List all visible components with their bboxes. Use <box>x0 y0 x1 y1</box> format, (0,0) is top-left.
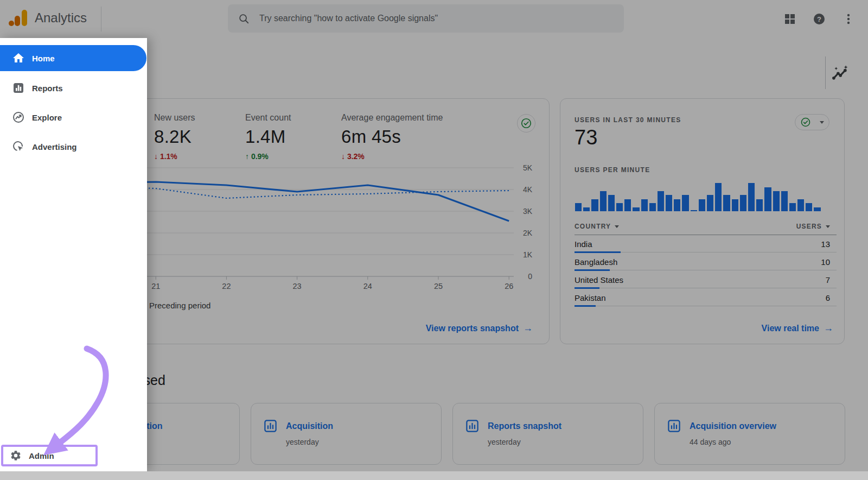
recent-card-subtitle: yesterday <box>286 438 319 446</box>
table-row[interactable]: India13 <box>575 236 837 254</box>
admin-label: Admin <box>29 451 54 460</box>
metric-delta: ↓ 3.2% <box>341 152 443 161</box>
more-vert-icon[interactable] <box>842 12 855 26</box>
x-axis-tick-label: 21 <box>151 282 160 290</box>
per-minute-bar <box>773 191 780 211</box>
x-axis-tick-label: 22 <box>222 282 231 290</box>
country-column-header[interactable]: COUNTRY <box>575 223 619 230</box>
users-column-header[interactable]: USERS <box>796 223 830 230</box>
per-minute-bar <box>575 203 582 211</box>
per-minute-bar <box>764 187 771 211</box>
sidebar-item-home[interactable]: Home <box>0 45 146 71</box>
recent-card-acquisition-overview[interactable]: Acquisition overview 44 days ago <box>654 403 845 465</box>
per-minute-bar <box>756 199 763 211</box>
data-quality-badge[interactable] <box>517 114 535 132</box>
advertising-icon <box>12 140 25 153</box>
realtime-quality-pill[interactable] <box>795 114 829 130</box>
table-row[interactable]: Bangladesh10 <box>575 254 837 272</box>
svg-text:?: ? <box>817 15 821 23</box>
per-minute-bar <box>591 199 598 211</box>
users-count: 6 <box>826 293 830 302</box>
country-name: India <box>575 239 592 249</box>
row-divider <box>575 270 837 270</box>
table-row[interactable]: Pakistan6 <box>575 290 837 308</box>
link-label: View reports snapshot <box>426 324 519 333</box>
x-axis-tick-label: 25 <box>434 282 443 290</box>
country-value-bar <box>575 305 596 307</box>
per-minute-bar <box>789 203 796 211</box>
realtime-card: USERS IN LAST 30 MINUTES 73 USERS PER MI… <box>560 98 845 344</box>
recent-card-reports-snapshot[interactable]: Reports snapshot yesterday <box>452 403 643 465</box>
insights-icon[interactable] <box>831 64 848 81</box>
delta-arrow-icon: ↓ <box>154 152 158 161</box>
nav-drawer: Home Reports Explore Advertising Admin <box>0 38 147 471</box>
sidebar-item-label: Home <box>32 54 55 63</box>
country-name: United States <box>575 275 623 285</box>
delta-value: 1.1% <box>160 152 177 161</box>
help-icon[interactable]: ? <box>813 12 826 26</box>
sidebar-item-explore[interactable]: Explore <box>0 103 146 132</box>
metric-new-users: New users 8.2K ↓ 1.1% <box>154 113 195 161</box>
per-minute-bar <box>649 203 656 211</box>
metric-value: 6m 45s <box>341 127 443 147</box>
users-per-minute-label: USERS PER MINUTE <box>575 166 650 174</box>
per-minute-bar <box>781 191 788 211</box>
metric-label: Event count <box>245 113 291 123</box>
table-row[interactable]: United States7 <box>575 272 837 290</box>
per-minute-bar <box>674 199 680 211</box>
realtime-users-value: 73 <box>575 126 597 149</box>
admin-item[interactable]: Admin <box>1 445 98 466</box>
country-table-body: India13Bangladesh10United States7Pakista… <box>575 236 837 308</box>
per-minute-bar <box>707 195 713 211</box>
x-axis-tick-label: 24 <box>363 282 372 290</box>
view-reports-snapshot-link[interactable]: View reports snapshot <box>426 323 533 334</box>
per-minute-bar <box>814 207 820 211</box>
delta-value: 3.2% <box>347 152 365 161</box>
app-header: Analytics ? <box>0 0 868 38</box>
per-minute-bar <box>633 207 639 211</box>
per-minute-bar <box>715 183 722 211</box>
link-label: View real time <box>762 324 819 333</box>
country-table-header: COUNTRY USERS <box>575 223 830 230</box>
sort-caret-icon <box>826 225 830 228</box>
per-minute-bar <box>806 203 812 211</box>
per-minute-bar <box>641 199 648 211</box>
search-bar[interactable] <box>228 4 624 33</box>
home-icon <box>12 52 25 65</box>
x-axis-tick-label: 23 <box>293 282 302 290</box>
y-axis-tick-label: 3K <box>523 207 533 216</box>
sidebar-item-reports[interactable]: Reports <box>0 73 146 103</box>
per-minute-bar <box>732 199 738 211</box>
country-value-bar <box>575 251 621 253</box>
product-name: Analytics <box>35 10 87 26</box>
metric-avg-engagement-time: Average engagement time 6m 45s ↓ 3.2% <box>341 113 443 161</box>
analytics-logo[interactable]: Analytics <box>8 9 87 27</box>
metric-event-count: Event count 1.4M ↑ 0.9% <box>245 113 291 161</box>
recent-card-title: Acquisition overview <box>690 421 776 431</box>
per-minute-bar <box>699 199 705 211</box>
metric-label: New users <box>154 113 195 123</box>
country-value-bar <box>575 269 610 271</box>
legend-label: Preceding period <box>149 301 210 310</box>
per-minute-bar <box>616 203 623 211</box>
recent-card-acquisition[interactable]: Acquisition yesterday <box>251 403 442 465</box>
x-axis-tick-label: 26 <box>505 282 513 290</box>
header-divider <box>101 7 101 31</box>
search-icon <box>238 12 250 24</box>
reports-icon <box>12 81 25 94</box>
row-divider <box>575 306 837 306</box>
view-real-time-link[interactable]: View real time <box>762 323 833 334</box>
screenshot-bottom-edge <box>0 471 868 480</box>
sidebar-item-advertising[interactable]: Advertising <box>0 132 146 161</box>
apps-grid-icon[interactable] <box>783 12 796 26</box>
check-circle-icon <box>520 117 532 129</box>
recent-card-subtitle: yesterday <box>488 438 521 446</box>
gear-icon <box>10 450 22 462</box>
search-input[interactable] <box>258 13 597 24</box>
current-period-line <box>85 182 509 221</box>
preceding-period-line <box>85 186 509 198</box>
y-axis-tick-label: 1K <box>523 250 533 259</box>
per-minute-bar <box>740 195 746 211</box>
sidebar-item-label: Explore <box>32 113 62 122</box>
sidebar-item-label: Advertising <box>32 142 77 151</box>
